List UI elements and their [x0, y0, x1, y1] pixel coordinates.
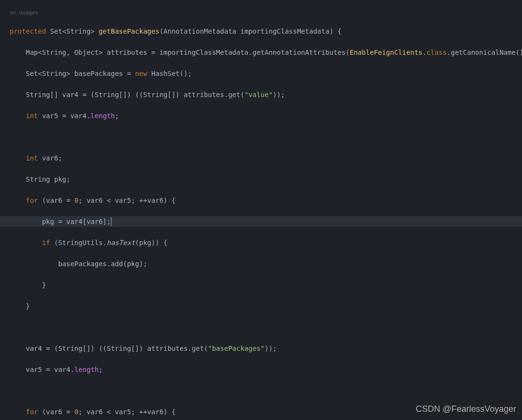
- code-text: var6;: [38, 154, 62, 162]
- code-line-current[interactable]: pkg = var4[var6];: [0, 216, 522, 227]
- code-line[interactable]: basePackages.add(pkg);: [0, 259, 522, 269]
- code-text: .getCanonicalName());: [447, 49, 522, 56]
- code-text: (StringUtils.: [50, 239, 107, 247]
- code-line[interactable]: Map<String, Object> attributes = importi…: [0, 47, 522, 58]
- code-line[interactable]: Set<String> basePackages = new HashSet()…: [0, 68, 522, 79]
- text-cursor: [111, 217, 111, 226]
- code-line[interactable]: [0, 385, 522, 396]
- code-text: ; var6 < var5; ++var6) {: [78, 408, 175, 416]
- params: (AnnotationMetadata importingClassMetada…: [159, 27, 341, 35]
- keyword-protected: protected: [10, 27, 46, 35]
- code-text: basePackages.add(pkg);: [10, 260, 147, 268]
- code-text: HashSet();: [147, 70, 192, 77]
- code-text: (var6 =: [38, 408, 74, 416]
- keyword-int: int: [10, 154, 38, 162]
- type-decl: Set<String>: [46, 27, 99, 35]
- code-line[interactable]: for (var6 = 0; var6 < var5; ++var6) {: [0, 195, 522, 206]
- code-text: pkg = var4[var6];: [10, 218, 111, 225]
- code-line[interactable]: }: [0, 280, 522, 290]
- code-line[interactable]: int var5 = var4.length;: [0, 111, 522, 121]
- code-text: ));: [273, 91, 285, 99]
- code-editor[interactable]: no usages protected Set<String> getBaseP…: [0, 0, 522, 420]
- string-literal: "basePackages": [208, 345, 265, 352]
- string-literal: "value": [244, 91, 273, 99]
- code-text: var5 = var4.: [10, 366, 74, 373]
- keyword-for: for: [10, 408, 38, 416]
- dot: .: [423, 49, 426, 56]
- code-line[interactable]: [0, 132, 522, 142]
- code-text: var4 = (String[]) ((String[]) attributes…: [10, 345, 208, 352]
- usage-hint: no usages: [0, 11, 522, 15]
- field-length: length: [91, 112, 115, 120]
- code-line[interactable]: int var6;: [0, 153, 522, 163]
- code-text: }: [10, 302, 30, 310]
- code-line[interactable]: String[] var4 = (String[]) ((String[]) a…: [0, 89, 522, 100]
- code-line[interactable]: var5 = var4.length;: [0, 364, 522, 375]
- code-line[interactable]: protected Set<String> getBasePackages(An…: [0, 26, 522, 37]
- code-text: var5 = var4.: [38, 112, 91, 120]
- code-line[interactable]: String pkg;: [0, 174, 522, 185]
- code-text: Set<String> basePackages =: [10, 70, 135, 77]
- semicolon: ;: [115, 112, 119, 120]
- code-line[interactable]: var4 = (String[]) ((String[]) attributes…: [0, 343, 522, 354]
- code-text: ; var6 < var5; ++var6) {: [78, 197, 175, 204]
- class-ref: EnableFeignClients: [350, 49, 423, 56]
- method-hastext: hasText: [107, 239, 135, 247]
- code-text: }: [10, 281, 46, 289]
- code-line[interactable]: if (StringUtils.hasText(pkg)) {: [0, 237, 522, 248]
- code-line[interactable]: [0, 322, 522, 333]
- code-text: (var6 =: [38, 197, 74, 204]
- keyword-int: int: [10, 112, 38, 120]
- code-text: Map<String, Object> attributes = importi…: [10, 49, 350, 56]
- field-length: length: [74, 366, 99, 373]
- code-text: String pkg;: [10, 175, 70, 183]
- code-text: String[] var4 = (String[]) ((String[]) a…: [10, 91, 244, 99]
- keyword-for: for: [10, 197, 38, 204]
- code-line[interactable]: }: [0, 301, 522, 311]
- method-name: getBasePackages: [98, 27, 159, 35]
- keyword-new: new: [135, 70, 147, 77]
- code-text: (pkg)) {: [135, 239, 167, 247]
- keyword-class: class: [426, 49, 447, 56]
- code-text: ));: [265, 345, 277, 352]
- semicolon: ;: [98, 366, 102, 373]
- keyword-if: if: [10, 239, 50, 247]
- watermark: CSDN @FearlessVoyager: [416, 404, 516, 414]
